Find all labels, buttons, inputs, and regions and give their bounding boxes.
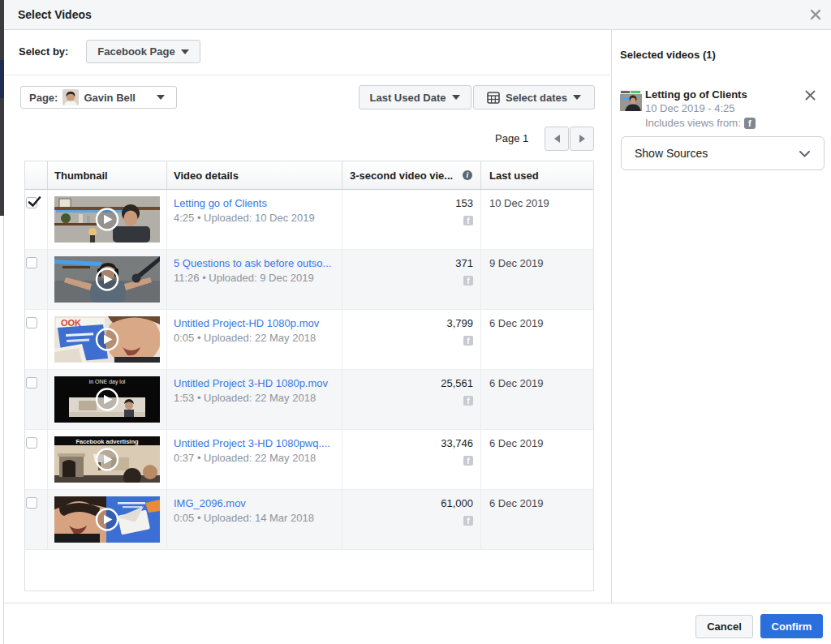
previous-page-button[interactable]	[545, 127, 569, 151]
facebook-source-icon: f	[463, 456, 473, 466]
video-title-link[interactable]: Untitled Project 3-HD 1080p.mov	[174, 377, 338, 390]
cancel-button[interactable]: Cancel	[695, 615, 753, 638]
selected-video-meta: 10 Dec 2019 - 4:25	[645, 102, 735, 114]
row-checkbox[interactable]	[26, 197, 37, 208]
close-icon[interactable]	[810, 9, 821, 20]
views-count: 3,799	[342, 317, 473, 330]
next-page-button[interactable]	[570, 127, 594, 151]
table-header-row: Thumbnail Video details 3-second video v…	[25, 161, 593, 190]
dialog-title: Select Videos	[18, 0, 92, 29]
confirm-button[interactable]: Confirm	[760, 614, 823, 638]
info-icon[interactable]: i	[463, 170, 472, 180]
selected-video-sources: Includes views from: f	[645, 117, 756, 129]
facebook-source-icon: f	[463, 516, 473, 526]
row-details-cell: Untitled Project 3-HD 1080pwq.... 0:37 •…	[167, 430, 342, 489]
last-used-date: 6 Dec 2019	[481, 370, 592, 429]
row-views-cell: 371 f	[342, 250, 481, 309]
header-views: 3-second video vie... i	[342, 161, 481, 189]
facebook-source-icon: f	[463, 336, 473, 346]
table-row[interactable]: Facebook advertising Untitled Project 3-…	[25, 430, 593, 490]
dialog-header	[4, 0, 831, 30]
selected-video-thumbnail	[620, 90, 642, 111]
row-checkbox-cell	[25, 370, 48, 429]
table-row[interactable]: 5 Questions to ask before outso... 11:26…	[25, 250, 593, 310]
row-checkbox[interactable]	[26, 377, 37, 389]
video-thumbnail[interactable]: Facebook advertising	[54, 436, 160, 483]
row-checkbox[interactable]	[26, 437, 37, 449]
video-meta: 4:25 • Uploaded: 10 Dec 2019	[174, 212, 342, 225]
select-dates-label: Select dates	[506, 92, 567, 104]
header-views-label: 3-second video vie...	[350, 170, 453, 182]
page-indicator: Page 1	[495, 132, 528, 144]
video-title-link[interactable]: Letting go of Clients	[174, 197, 338, 210]
header-thumbnail: Thumbnail	[48, 161, 167, 189]
row-details-cell: IMG_2096.mov 0:05 • Uploaded: 14 Mar 201…	[167, 490, 342, 549]
row-details-cell: Letting go of Clients 4:25 • Uploaded: 1…	[167, 190, 342, 249]
video-meta: 11:26 • Uploaded: 9 Dec 2019	[174, 272, 342, 285]
select-by-label: Select by:	[19, 45, 68, 58]
row-views-cell: 33,746 f	[342, 430, 481, 489]
last-used-date: 6 Dec 2019	[481, 430, 592, 489]
page-dropdown[interactable]: Page: Gavin Bell	[20, 86, 177, 109]
header-checkbox-column	[25, 161, 48, 189]
last-used-date: 6 Dec 2019	[481, 490, 592, 549]
row-details-cell: Untitled Project-HD 1080p.mov 0:05 • Upl…	[167, 310, 342, 369]
views-count: 33,746	[342, 437, 473, 450]
last-used-date: 10 Dec 2019	[481, 190, 592, 249]
video-title-link[interactable]: Untitled Project-HD 1080p.mov	[174, 317, 338, 330]
table-row[interactable]: in ONE day lol Untitled Project 3-HD 108…	[25, 370, 593, 430]
table-row[interactable]: Letting go of Clients 4:25 • Uploaded: 1…	[25, 190, 593, 250]
row-views-cell: 153 f	[342, 190, 481, 249]
video-title-link[interactable]: IMG_2096.mov	[174, 497, 338, 510]
row-details-cell: Untitled Project 3-HD 1080p.mov 1:53 • U…	[167, 370, 342, 429]
videos-table: Thumbnail Video details 3-second video v…	[24, 161, 594, 591]
video-thumbnail[interactable]: in ONE day lol	[54, 376, 160, 423]
selected-videos-heading: Selected videos (1)	[620, 49, 716, 61]
sort-dropdown[interactable]: Last Used Date	[359, 85, 471, 109]
select-dates-dropdown[interactable]: Select dates	[473, 85, 595, 109]
row-checkbox[interactable]	[26, 257, 37, 268]
row-views-cell: 25,561 f	[342, 370, 481, 429]
toolbar-divider	[4, 75, 610, 75]
views-count: 25,561	[342, 377, 473, 390]
row-checkbox[interactable]	[26, 497, 37, 509]
page-name: Gavin Bell	[84, 92, 136, 104]
background-dark-strip	[0, 0, 4, 216]
row-checkbox-cell	[25, 190, 48, 249]
sort-label: Last Used Date	[370, 92, 446, 104]
video-meta: 0:05 • Uploaded: 14 Mar 2018	[174, 512, 342, 525]
select-by-dropdown[interactable]: Facebook Page	[86, 40, 200, 63]
show-sources-label: Show Sources	[622, 147, 708, 160]
caret-down-icon	[181, 49, 189, 54]
row-thumbnail-cell: OOK	[48, 310, 167, 369]
row-thumbnail-cell: in ONE day lol	[48, 370, 167, 429]
video-thumbnail[interactable]	[54, 196, 160, 243]
table-row[interactable]: IMG_2096.mov 0:05 • Uploaded: 14 Mar 201…	[25, 490, 593, 550]
views-count: 153	[342, 197, 473, 210]
views-count: 61,000	[342, 497, 473, 510]
show-sources-dropdown[interactable]: Show Sources	[621, 136, 825, 170]
selected-video-title: Letting go of Clients	[645, 88, 747, 101]
caret-down-icon	[573, 95, 581, 100]
views-count: 371	[342, 257, 473, 270]
facebook-source-icon: f	[463, 396, 473, 406]
row-checkbox[interactable]	[26, 317, 37, 328]
table-row[interactable]: OOK Untitled Project-HD 1080p.mov 0:05 •…	[25, 310, 593, 370]
panel-divider	[611, 30, 612, 603]
video-thumbnail[interactable]	[54, 496, 160, 543]
video-title-link[interactable]: 5 Questions to ask before outso...	[174, 257, 338, 270]
row-checkbox-cell	[25, 250, 48, 309]
row-thumbnail-cell: Facebook advertising	[48, 430, 167, 489]
select-videos-dialog: Select Videos Select by: Facebook Page P…	[0, 0, 831, 644]
row-checkbox-cell	[25, 490, 48, 549]
table-empty-area	[25, 550, 593, 590]
video-title-link[interactable]: Untitled Project 3-HD 1080pwq....	[174, 437, 338, 450]
video-thumbnail[interactable]	[54, 256, 160, 303]
row-views-cell: 61,000 f	[342, 490, 481, 549]
row-checkbox-cell	[25, 430, 48, 489]
video-thumbnail[interactable]: OOK	[54, 316, 160, 363]
row-checkbox-cell	[25, 310, 48, 369]
caret-down-icon	[452, 95, 460, 100]
row-thumbnail-cell	[48, 250, 167, 309]
remove-selected-icon[interactable]	[805, 89, 816, 100]
